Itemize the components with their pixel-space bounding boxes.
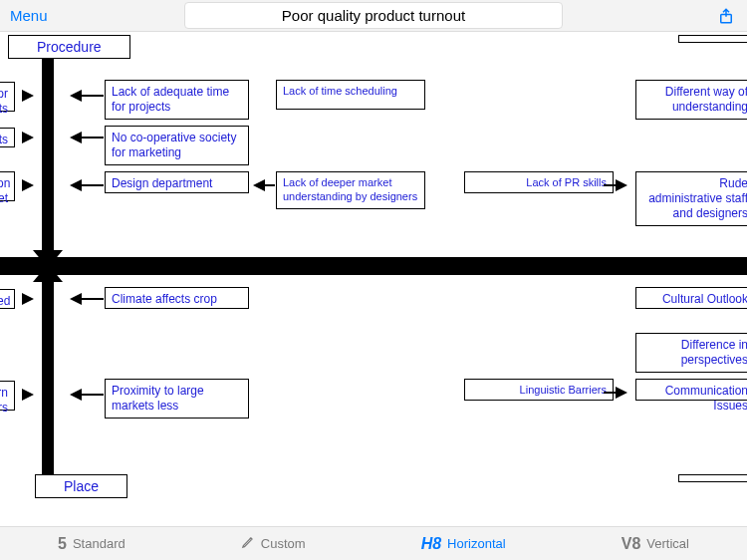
node-commissue[interactable]: Communication Issues bbox=[635, 379, 747, 401]
arrow-icon bbox=[22, 179, 34, 191]
node-rude[interactable]: Rude administrative staff and designers bbox=[635, 171, 747, 226]
node-pr[interactable]: Lack of PR skills bbox=[464, 171, 614, 193]
category-bottom-right[interactable] bbox=[678, 474, 747, 482]
node-design[interactable]: Design department bbox=[105, 171, 249, 193]
arrow-icon bbox=[22, 389, 34, 401]
arrow-icon bbox=[70, 293, 82, 305]
spine bbox=[0, 257, 747, 275]
horizontal-icon: H8 bbox=[421, 535, 441, 553]
pencil-icon bbox=[241, 535, 255, 553]
node-fragment-5[interactable]: rn rs bbox=[0, 381, 15, 411]
arrow-icon bbox=[22, 293, 34, 305]
node-lack-time[interactable]: Lack of adequate time for projects bbox=[105, 80, 249, 120]
node-ling[interactable]: Linguistic Barriers bbox=[464, 379, 614, 401]
arrow-icon bbox=[70, 179, 82, 191]
arrow-line bbox=[604, 184, 618, 186]
standard-icon: 5 bbox=[58, 535, 67, 553]
tab-label: Standard bbox=[73, 536, 125, 551]
menu-button[interactable]: Menu bbox=[10, 7, 48, 24]
arrow-line bbox=[82, 95, 104, 97]
category-procedure[interactable]: Procedure bbox=[8, 35, 130, 59]
arrow-icon bbox=[70, 389, 82, 401]
node-time-sched[interactable]: Lack of time scheduling bbox=[276, 80, 425, 110]
category-top-right[interactable] bbox=[678, 35, 747, 43]
bottom-bar: 5 Standard Custom H8 Horizontal V8 Verti… bbox=[0, 526, 747, 560]
tab-horizontal[interactable]: H8 Horizontal bbox=[421, 535, 506, 553]
tab-label: Horizontal bbox=[447, 536, 506, 551]
node-fragment-4[interactable]: ed bbox=[0, 289, 15, 309]
node-climate[interactable]: Climate affects crop bbox=[105, 287, 249, 309]
bone-procedure bbox=[42, 57, 54, 267]
top-bar: Menu Poor quality product turnout bbox=[0, 0, 747, 32]
arrow-icon bbox=[70, 132, 82, 143]
arrow-line bbox=[82, 394, 104, 396]
arrow-icon bbox=[70, 90, 82, 102]
node-proximity[interactable]: Proximity to large markets less bbox=[105, 379, 249, 419]
tab-standard[interactable]: 5 Standard bbox=[58, 535, 125, 553]
arrow-line bbox=[82, 137, 104, 139]
node-fragment-3[interactable]: on et bbox=[0, 171, 15, 201]
bone-place bbox=[42, 265, 54, 475]
node-cultout[interactable]: Cultural Outlook bbox=[635, 287, 747, 309]
arrow-line bbox=[82, 184, 104, 186]
node-diffpersp[interactable]: Difference in perspectives bbox=[635, 333, 747, 373]
vertical-icon: V8 bbox=[622, 535, 641, 553]
arrow-line bbox=[604, 392, 618, 394]
arrow-icon bbox=[253, 179, 265, 191]
tab-custom[interactable]: Custom bbox=[241, 535, 306, 553]
title-input[interactable]: Poor quality product turnout bbox=[184, 2, 563, 29]
category-place[interactable]: Place bbox=[35, 474, 127, 498]
node-fragment-2[interactable]: ts bbox=[0, 128, 15, 147]
node-no-coop[interactable]: No co-operative society for marketing bbox=[105, 126, 249, 165]
arrow-icon bbox=[22, 132, 34, 143]
diagram-canvas[interactable]: Procedure Place or ts ts on et Lack of a… bbox=[0, 32, 747, 526]
arrow-line bbox=[265, 184, 275, 186]
tab-vertical[interactable]: V8 Vertical bbox=[622, 535, 689, 553]
arrow-icon bbox=[22, 90, 34, 102]
tab-label: Custom bbox=[261, 536, 306, 551]
share-icon[interactable] bbox=[717, 5, 735, 27]
arrow-line bbox=[82, 298, 104, 300]
node-fragment-1[interactable]: or ts bbox=[0, 82, 15, 112]
node-deeper[interactable]: Lack of deeper market understanding by d… bbox=[276, 171, 425, 209]
tab-label: Vertical bbox=[646, 536, 689, 551]
node-diffway[interactable]: Different way of understanding bbox=[635, 80, 747, 120]
